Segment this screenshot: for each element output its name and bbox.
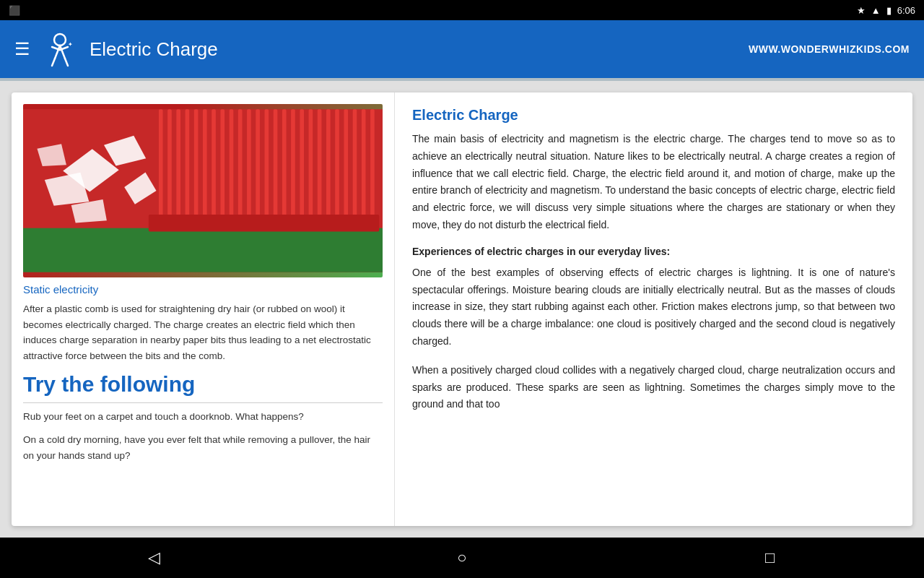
svg-rect-35	[149, 215, 379, 231]
svg-rect-27	[309, 109, 313, 217]
article-subtitle-1: Experiences of electric charges in our e…	[412, 246, 895, 257]
recent-button[interactable]: □	[749, 543, 792, 572]
content-area: Static electricity After a plastic comb …	[0, 81, 924, 538]
svg-rect-13	[186, 109, 190, 217]
time-display: 6:06	[897, 5, 915, 16]
home-button[interactable]: ○	[440, 543, 484, 572]
try-divider	[23, 402, 383, 403]
svg-rect-15	[203, 109, 207, 217]
svg-rect-31	[344, 109, 348, 217]
svg-rect-19	[238, 109, 243, 217]
battery-icon: ▮	[886, 5, 892, 16]
try-item-2: On a cold dry morning, have you ever fel…	[23, 432, 383, 463]
notification-icon: ⬛	[9, 5, 20, 16]
app-bar: ☰ ✦ Electric Charge WWW.WONDERWHIZKIDS.C…	[0, 20, 924, 78]
svg-point-0	[54, 34, 66, 46]
svg-rect-33	[362, 109, 366, 217]
wifi-icon: ▲	[871, 5, 881, 16]
status-bar-left: ⬛	[9, 5, 20, 16]
svg-rect-32	[353, 109, 357, 217]
svg-rect-21	[256, 109, 260, 217]
svg-rect-28	[318, 109, 322, 217]
svg-rect-26	[300, 109, 304, 217]
try-following-heading: Try the following	[23, 372, 383, 397]
svg-rect-14	[194, 109, 199, 217]
svg-rect-22	[265, 109, 269, 217]
svg-rect-12	[176, 109, 180, 217]
left-panel: Static electricity After a plastic comb …	[12, 92, 394, 526]
svg-rect-18	[230, 109, 234, 217]
website-label: WWW.WONDERWHIZKIDS.COM	[749, 43, 910, 55]
menu-button[interactable]: ☰	[14, 39, 30, 59]
svg-rect-20	[247, 109, 251, 217]
svg-rect-10	[159, 109, 163, 217]
svg-rect-34	[370, 109, 375, 217]
right-panel: Electric Charge The main basis of electr…	[394, 92, 912, 526]
svg-line-4	[65, 59, 68, 66]
main-card: Static electricity After a plastic comb …	[12, 92, 912, 526]
article-title: Electric Charge	[412, 107, 895, 124]
article-intro: The main basis of electricity and magnet…	[412, 131, 895, 234]
article-paragraph-1: One of the best examples of observing ef…	[412, 264, 895, 350]
bottom-nav: ◁ ○ □	[0, 538, 924, 578]
image-caption-text: After a plastic comb is used for straigh…	[23, 301, 383, 363]
status-bar-right: ★ ▲ ▮ 6:06	[857, 5, 915, 16]
svg-rect-11	[167, 109, 172, 217]
app-title: Electric Charge	[90, 38, 218, 61]
try-item-1: Rub your feet on a carpet and touch a do…	[23, 409, 383, 425]
svg-text:✦: ✦	[68, 41, 73, 48]
back-button[interactable]: ◁	[132, 543, 175, 572]
app-bar-left: ☰ ✦ Electric Charge	[14, 31, 218, 67]
article-image	[23, 104, 383, 277]
svg-rect-9	[23, 228, 383, 272]
svg-rect-16	[212, 109, 216, 217]
svg-rect-17	[220, 109, 225, 217]
image-caption: Static electricity	[23, 283, 383, 296]
article-paragraph-2: When a positively charged cloud collides…	[412, 362, 895, 413]
status-bar: ⬛ ★ ▲ ▮ 6:06	[0, 0, 924, 20]
svg-rect-24	[282, 109, 287, 217]
svg-rect-29	[326, 109, 331, 217]
svg-rect-23	[274, 109, 278, 217]
svg-rect-30	[335, 109, 339, 217]
svg-line-3	[52, 59, 55, 66]
svg-rect-25	[291, 109, 295, 217]
app-logo: ✦	[42, 31, 78, 67]
star-icon: ★	[857, 5, 866, 16]
